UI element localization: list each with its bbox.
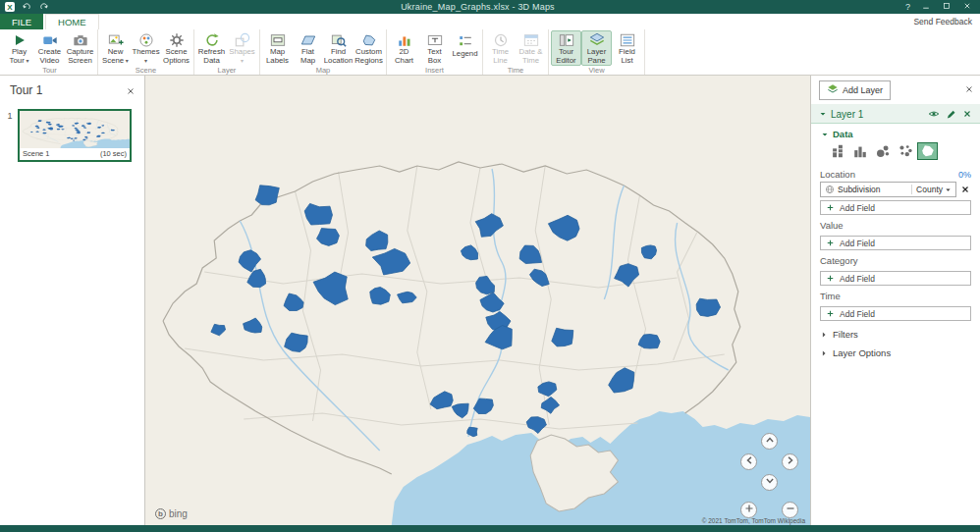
ribbon-button-play-tour[interactable]: Play Tour ▾ <box>4 30 34 66</box>
find-location-icon <box>331 32 347 48</box>
layer-options-expander[interactable]: Layer Options <box>811 340 980 358</box>
location-add-field-button[interactable]: Add Field <box>820 200 971 215</box>
help-button[interactable]: ? <box>905 2 910 12</box>
category-section-label: Category <box>820 255 858 266</box>
ribbon-button-scene-options[interactable]: Scene Options <box>161 30 191 66</box>
value-section-label: Value <box>820 220 844 231</box>
ribbon-button-text-box[interactable]: Text Box <box>419 30 450 66</box>
map-attribution: © 2021 TomTom, TomTom Wikipedia <box>702 517 805 524</box>
add-field-label: Add Field <box>840 203 875 213</box>
ribbon-button-shapes[interactable]: Shapes ▾ <box>227 30 257 66</box>
map-area[interactable]: b bing © 2021 TomTom, TomTom Wikipedia <box>145 76 810 525</box>
ribbon-button-label: Flat Map <box>294 48 322 65</box>
geocoding-percent-link[interactable]: 0% <box>958 170 971 180</box>
location-field-chip[interactable]: Subdivision County <box>820 182 956 197</box>
window-bottom-edge <box>0 525 980 532</box>
highlighted-region[interactable] <box>696 298 720 316</box>
bing-icon: b <box>155 508 166 519</box>
send-feedback-link[interactable]: Send Feedback <box>913 17 972 27</box>
ribbon-button-label: Field List <box>613 48 641 65</box>
ribbon-group-label: Layer <box>196 66 257 76</box>
field-list-icon <box>620 32 635 48</box>
ribbon: Play Tour ▾Create VideoCapture ScreenTou… <box>0 29 980 76</box>
ribbon-button-date-time[interactable]: Date & Time <box>516 30 546 66</box>
highlighted-region[interactable] <box>255 186 279 205</box>
ribbon-button-flat-map[interactable]: Flat Map <box>293 30 323 66</box>
viz-type-region[interactable] <box>917 142 938 160</box>
ribbon-button-label: Create Video <box>35 48 64 65</box>
scene-thumbnail-card[interactable]: Scene 1 (10 sec) <box>18 109 132 162</box>
ribbon-button-field-list[interactable]: Field List <box>612 30 642 66</box>
ribbon-button-create-video[interactable]: Create Video <box>34 30 65 66</box>
chart2d-icon <box>397 32 412 48</box>
ribbon-button-find-location[interactable]: Find Location <box>323 30 354 66</box>
highlighted-region[interactable] <box>304 203 332 225</box>
ribbon-button-map-labels[interactable]: Map Labels <box>262 30 293 66</box>
ribbon-button-label: Legend <box>452 50 477 59</box>
ribbon-button-new-scene[interactable]: New Scene ▾ <box>100 30 131 66</box>
pan-down-button[interactable] <box>761 474 778 491</box>
undo-icon[interactable] <box>21 1 32 13</box>
ribbon-group-time: Time LineDate & TimeTime <box>483 29 549 75</box>
ribbon-button-label: Layer Pane <box>582 48 611 65</box>
filters-expander[interactable]: Filters <box>811 321 980 340</box>
add-layer-button[interactable]: Add Layer <box>819 80 891 100</box>
plus-icon <box>742 502 756 519</box>
chevron-right-icon <box>820 349 828 357</box>
ribbon-button-legend[interactable]: Legend <box>450 30 480 66</box>
maximize-button[interactable] <box>942 1 952 13</box>
remove-location-field-button[interactable] <box>959 185 971 194</box>
highlighted-region[interactable] <box>111 130 115 132</box>
viz-type-stacked-column[interactable] <box>827 142 847 160</box>
themes-icon <box>138 32 154 48</box>
geo-type-dropdown[interactable]: County <box>911 185 952 194</box>
close-window-button[interactable] <box>962 1 972 13</box>
tab-home[interactable]: HOME <box>45 14 99 29</box>
scene-duration: (10 sec) <box>100 149 127 158</box>
collapse-layer-icon[interactable] <box>819 110 827 118</box>
ribbon-button-layer-pane[interactable]: Layer Pane <box>581 30 612 66</box>
map-canvas[interactable] <box>145 76 810 525</box>
tab-file[interactable]: FILE <box>0 14 43 29</box>
ribbon-group-label: Tour <box>4 66 95 76</box>
delete-layer-button[interactable] <box>962 109 972 119</box>
close-layer-pane-button[interactable] <box>964 80 974 98</box>
time-add-field-button[interactable]: Add Field <box>820 306 971 321</box>
new-scene-icon <box>108 32 124 48</box>
bing-logo: b bing <box>155 508 188 519</box>
value-add-field-button[interactable]: Add Field <box>820 236 971 250</box>
ribbon-button-2d-chart[interactable]: 2D Chart <box>389 30 419 66</box>
redo-icon[interactable] <box>38 1 50 13</box>
rename-layer-button[interactable] <box>946 109 956 120</box>
layer-visibility-button[interactable] <box>928 108 940 120</box>
ribbon-button-themes[interactable]: Themes ▾ <box>131 30 161 66</box>
zoom-out-button[interactable] <box>782 502 798 518</box>
viz-type-clustered-column[interactable] <box>849 142 870 160</box>
data-section-header[interactable]: Data <box>811 124 980 140</box>
add-layer-label: Add Layer <box>843 85 883 95</box>
viz-type-bubble[interactable] <box>872 142 893 160</box>
zoom-in-button[interactable] <box>740 502 757 518</box>
highlighted-region[interactable] <box>38 120 42 122</box>
minimize-button[interactable] <box>921 1 931 13</box>
ribbon-button-label: Map Labels <box>263 48 292 65</box>
pan-up-button[interactable] <box>761 433 778 450</box>
viz-type-heat-map[interactable] <box>895 142 915 160</box>
highlighted-region[interactable] <box>46 122 51 124</box>
close-tour-panel-button[interactable] <box>126 82 136 100</box>
data-section-label: Data <box>833 129 853 139</box>
chevron-down-icon <box>763 474 777 492</box>
pan-right-button[interactable] <box>782 453 798 470</box>
ribbon-button-custom-regions[interactable]: Custom Regions <box>354 30 384 66</box>
category-add-field-button[interactable]: Add Field <box>820 271 971 286</box>
layer-row[interactable]: Layer 1 <box>811 104 980 124</box>
ribbon-button-capture-screen[interactable]: Capture Screen <box>65 30 95 66</box>
pan-left-button[interactable] <box>740 453 757 470</box>
ribbon-group-map: Map LabelsFlat MapFind LocationCustom Re… <box>260 29 387 75</box>
ribbon-button-refresh-data[interactable]: Refresh Data <box>196 30 227 66</box>
ribbon-group-label: View <box>551 66 642 76</box>
ribbon-button-time-line[interactable]: Time Line <box>485 30 516 66</box>
titlebar: X Ukraine_Map_Graphs.xlsx - 3D Maps ? <box>0 0 980 14</box>
scene-list-item: 1 <box>0 109 144 162</box>
ribbon-button-tour-editor[interactable]: Tour Editor <box>551 30 581 66</box>
